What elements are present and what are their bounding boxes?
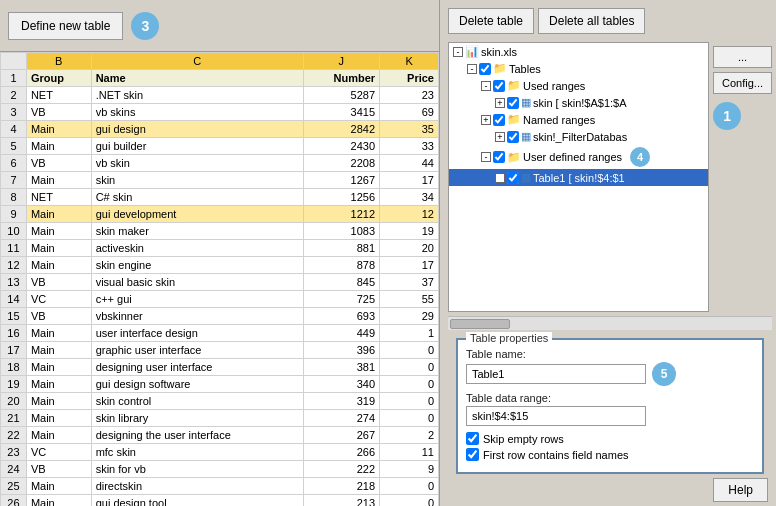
row-number: 5	[1, 138, 27, 155]
col-header-b[interactable]: B	[26, 53, 91, 70]
cell-j: 2842	[303, 121, 380, 138]
tree-item-root[interactable]: -📊 skin.xls	[449, 43, 708, 60]
tree-item-named[interactable]: +📁 Named ranges	[449, 111, 708, 128]
row-number: 9	[1, 206, 27, 223]
cell-b: VB	[26, 274, 91, 291]
delete-table-button[interactable]: Delete table	[448, 8, 534, 34]
define-table-button[interactable]: Define new table	[8, 12, 123, 40]
tree-item-used[interactable]: -📁 Used ranges	[449, 77, 708, 94]
table-row: 2NET.NET skin528723	[1, 87, 439, 104]
cell-k: 20	[380, 240, 439, 257]
skip-empty-row: Skip empty rows	[466, 432, 754, 445]
cell-c: visual basic skin	[91, 274, 303, 291]
expand-icon[interactable]: -	[481, 152, 491, 162]
cell-j: 2430	[303, 138, 380, 155]
table-name-label: Table name:	[466, 348, 754, 360]
cell-c: gui design software	[91, 376, 303, 393]
table-row: 1GroupNameNumberPrice	[1, 70, 439, 87]
expand-icon[interactable]: -	[453, 47, 463, 57]
cell-j: 274	[303, 410, 380, 427]
tree-checkbox[interactable]	[493, 80, 505, 92]
cell-b: Main	[26, 240, 91, 257]
col-header-j[interactable]: J	[303, 53, 380, 70]
cell-b: VC	[26, 291, 91, 308]
table-row: 7Mainskin126717	[1, 172, 439, 189]
row-number: 6	[1, 155, 27, 172]
table-row: 3VBvb skins341569	[1, 104, 439, 121]
cell-b: Main	[26, 410, 91, 427]
table-row: 16Mainuser interface design4491	[1, 325, 439, 342]
cell-k: 17	[380, 257, 439, 274]
tree-item-tables[interactable]: -📁 Tables	[449, 60, 708, 77]
tree-item-label: skin [ skin!$A$1:$A	[533, 97, 627, 109]
tree-item-skin_filter[interactable]: +▦ skin!_FilterDatabas	[449, 128, 708, 145]
col-header-k[interactable]: K	[380, 53, 439, 70]
cell-k: 44	[380, 155, 439, 172]
cell-b: Main	[26, 257, 91, 274]
ellipsis-button[interactable]: ...	[713, 46, 772, 68]
horizontal-scrollbar[interactable]	[448, 316, 772, 330]
cell-b: Main	[26, 393, 91, 410]
cell-j: 396	[303, 342, 380, 359]
tree-checkbox[interactable]	[493, 151, 505, 163]
cell-c: vb skin	[91, 155, 303, 172]
tree-item-label: skin.xls	[481, 46, 517, 58]
folder-icon: 📁	[507, 151, 521, 164]
cell-k: 0	[380, 478, 439, 495]
expand-icon[interactable]: -	[481, 81, 491, 91]
tree-item-skin_used[interactable]: +▦ skin [ skin!$A$1:$A	[449, 94, 708, 111]
cell-c: skin maker	[91, 223, 303, 240]
cell-c: vb skins	[91, 104, 303, 121]
cell-c: gui builder	[91, 138, 303, 155]
cell-b: VB	[26, 461, 91, 478]
side-buttons: ... Config... 1	[713, 42, 776, 316]
cell-b: NET	[26, 189, 91, 206]
expand-icon[interactable]: +	[495, 132, 505, 142]
badge-4: 4	[630, 147, 650, 167]
delete-all-tables-button[interactable]: Delete all tables	[538, 8, 645, 34]
toolbar: Define new table 3	[0, 0, 439, 52]
tree-checkbox[interactable]	[507, 172, 519, 184]
first-row-checkbox[interactable]	[466, 448, 479, 461]
row-number: 4	[1, 121, 27, 138]
right-content: -📊 skin.xls-📁 Tables-📁 Used ranges+▦ ski…	[440, 42, 776, 334]
row-number: 19	[1, 376, 27, 393]
cell-k: Price	[380, 70, 439, 87]
expand-icon[interactable]: +	[495, 98, 505, 108]
table-row: 10Mainskin maker108319	[1, 223, 439, 240]
folder-icon: 📁	[493, 62, 507, 75]
row-number: 8	[1, 189, 27, 206]
config-button[interactable]: Config...	[713, 72, 772, 94]
table-row: 6VBvb skin220844	[1, 155, 439, 172]
properties-panel: Table properties Table name: 5 Table dat…	[456, 338, 764, 474]
col-header-c[interactable]: C	[91, 53, 303, 70]
table-range-row: Table data range:	[466, 392, 754, 426]
expand-icon[interactable]: +	[495, 173, 505, 183]
folder-icon: 📁	[507, 113, 521, 126]
tree-item-table1[interactable]: +▦ Table1 [ skin!$4:$1	[449, 169, 708, 186]
expand-icon[interactable]: -	[467, 64, 477, 74]
skip-empty-checkbox[interactable]	[466, 432, 479, 445]
table-row: 15VBvbskinner69329	[1, 308, 439, 325]
folder-icon: 📁	[507, 79, 521, 92]
cell-b: Main	[26, 223, 91, 240]
tree-checkbox[interactable]	[493, 114, 505, 126]
row-number: 1	[1, 70, 27, 87]
cell-k: 17	[380, 172, 439, 189]
tree-item-user_def[interactable]: -📁 User defined ranges4	[449, 145, 708, 169]
expand-icon[interactable]: +	[481, 115, 491, 125]
cell-j: 845	[303, 274, 380, 291]
cell-j: 319	[303, 393, 380, 410]
tree-checkbox[interactable]	[507, 97, 519, 109]
cell-k: 37	[380, 274, 439, 291]
cell-c: user interface design	[91, 325, 303, 342]
table-range-input[interactable]	[466, 406, 646, 426]
table-name-input[interactable]	[466, 364, 646, 384]
tree-checkbox[interactable]	[507, 131, 519, 143]
tree-checkbox[interactable]	[479, 63, 491, 75]
cell-k: 2	[380, 427, 439, 444]
help-button[interactable]: Help	[713, 478, 768, 502]
table-row: 25Maindirectskin2180	[1, 478, 439, 495]
table-row: 19Maingui design software3400	[1, 376, 439, 393]
badge-5: 5	[652, 362, 676, 386]
